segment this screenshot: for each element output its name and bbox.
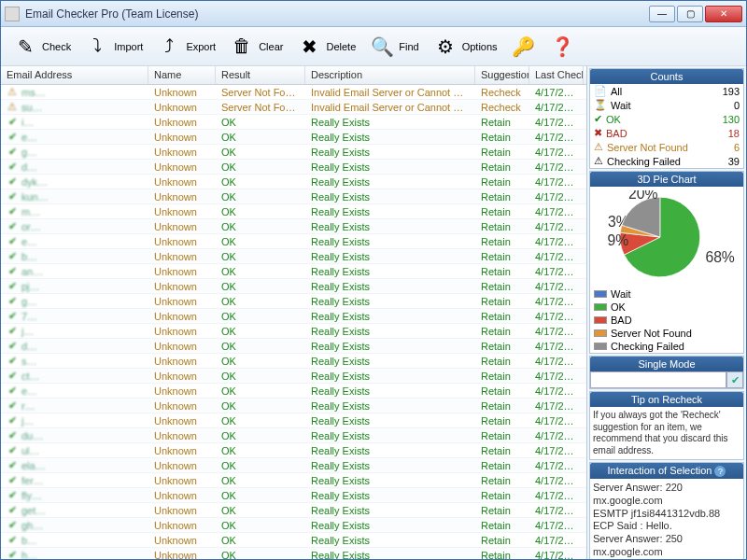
table-row[interactable]: ✔ j…UnknownOKReally ExistsRetain4/17/201… bbox=[1, 413, 586, 428]
cell-name: Unknown bbox=[148, 534, 216, 547]
cell-name: Unknown bbox=[148, 459, 216, 472]
cell-suggestion: Retain bbox=[475, 161, 529, 174]
grid-rows[interactable]: ⚠ ms…UnknownServer Not FoundInvalid Emai… bbox=[1, 85, 586, 559]
cell-suggestion: Retain bbox=[475, 385, 529, 398]
interaction-log[interactable]: Server Answer: 220 mx.google.comESMTP jf… bbox=[590, 479, 743, 559]
cell-suggestion: Retain bbox=[475, 220, 529, 233]
grid-header[interactable]: Email AddressNameResultDescriptionSugges… bbox=[1, 66, 586, 85]
column-header[interactable]: Result bbox=[216, 66, 305, 84]
cell-suggestion: Retain bbox=[475, 340, 529, 353]
cell-email: ✔ s… bbox=[1, 355, 148, 368]
cell-result: OK bbox=[216, 474, 305, 487]
table-row[interactable]: ✔ an…UnknownOKReally ExistsRetain4/17/20… bbox=[1, 264, 586, 279]
cell-name: Unknown bbox=[148, 131, 216, 144]
find-button[interactable]: 🔍Find bbox=[363, 31, 424, 63]
cell-description: Really Exists bbox=[305, 474, 475, 487]
cell-date: 4/17/2012 bbox=[529, 474, 584, 487]
count-value: 6 bbox=[734, 142, 740, 153]
table-row[interactable]: ✔ d…UnknownOKReally ExistsRetain4/17/201… bbox=[1, 160, 586, 175]
table-row[interactable]: ✔ fly…UnknownOKReally ExistsRetain4/17/2… bbox=[1, 488, 586, 503]
legend-item: BAD bbox=[590, 314, 743, 327]
table-row[interactable]: ✔ pj…UnknownOKReally ExistsRetain4/17/20… bbox=[1, 279, 586, 294]
column-header[interactable]: Suggestion bbox=[475, 66, 529, 84]
table-row[interactable]: ⚠ ms…UnknownServer Not FoundInvalid Emai… bbox=[1, 85, 586, 100]
minimize-button[interactable]: — bbox=[649, 6, 675, 22]
help-button[interactable]: ❓ bbox=[544, 31, 582, 63]
table-row[interactable]: ✔ dyk…UnknownOKReally ExistsRetain4/17/2… bbox=[1, 175, 586, 189]
email-grid: Email AddressNameResultDescriptionSugges… bbox=[1, 66, 587, 559]
cell-email: ✔ e… bbox=[1, 235, 148, 248]
cell-date: 4/17/2012 bbox=[529, 101, 584, 114]
cell-description: Really Exists bbox=[305, 399, 475, 413]
table-row[interactable]: ✔ h…UnknownOKReally ExistsRetain4/17/201… bbox=[1, 548, 586, 559]
table-row[interactable]: ⚠ su…UnknownServer Not FoundInvalid Emai… bbox=[1, 100, 586, 115]
table-row[interactable]: ✔ ul…UnknownOKReally ExistsRetain4/17/20… bbox=[1, 443, 586, 458]
license-button[interactable]: 🔑 bbox=[505, 31, 543, 63]
clear-button[interactable]: 🗑Clear bbox=[223, 31, 289, 63]
table-row[interactable]: ✔ r…UnknownOKReally ExistsRetain4/17/201… bbox=[1, 399, 586, 413]
table-row[interactable]: ✔ fer…UnknownOKReally ExistsRetain4/17/2… bbox=[1, 473, 586, 488]
cell-date: 4/17/2012 bbox=[529, 459, 584, 472]
single-mode-input[interactable] bbox=[590, 371, 726, 388]
cell-suggestion: Retain bbox=[475, 414, 529, 427]
delete-button[interactable]: ✖Delete bbox=[290, 31, 361, 63]
import-button[interactable]: ⤵Import bbox=[78, 31, 148, 63]
cell-email: ✔ b… bbox=[1, 250, 148, 263]
table-row[interactable]: ✔ m…UnknownOKReally ExistsRetain4/17/201… bbox=[1, 204, 586, 219]
cell-description: Really Exists bbox=[305, 235, 475, 248]
titlebar[interactable]: Email Checker Pro (Team License) — ▢ ✕ bbox=[1, 1, 746, 27]
check-button[interactable]: ✎Check bbox=[7, 31, 77, 63]
maximize-button[interactable]: ▢ bbox=[677, 6, 703, 22]
column-header[interactable]: Description bbox=[305, 66, 475, 84]
table-row[interactable]: ✔ i…UnknownOKReally ExistsRetain4/17/201… bbox=[1, 115, 586, 130]
close-button[interactable]: ✕ bbox=[705, 6, 742, 22]
column-header[interactable]: Last Check bbox=[529, 66, 584, 84]
export-button[interactable]: ⤴Export bbox=[150, 31, 221, 63]
single-mode-check-button[interactable]: ✔ bbox=[726, 371, 743, 388]
tip-text: If you always got the 'Recheck' suggesti… bbox=[590, 407, 743, 459]
table-row[interactable]: ✔ b…UnknownOKReally ExistsRetain4/17/201… bbox=[1, 533, 586, 548]
cell-email: ✔ an… bbox=[1, 265, 148, 278]
table-row[interactable]: ✔ kun…UnknownOKReally ExistsRetain4/17/2… bbox=[1, 189, 586, 204]
cell-suggestion: Retain bbox=[475, 116, 529, 129]
cell-description: Really Exists bbox=[305, 519, 475, 532]
table-row[interactable]: ✔ get…UnknownOKReally ExistsRetain4/17/2… bbox=[1, 503, 586, 518]
warning-icon: ⚠ bbox=[7, 102, 18, 113]
cell-date: 4/17/2012 bbox=[529, 116, 584, 129]
table-row[interactable]: ✔ b…UnknownOKReally ExistsRetain4/17/201… bbox=[1, 249, 586, 264]
check-icon: ✔ bbox=[7, 520, 18, 531]
table-row[interactable]: ✔ ela…UnknownOKReally ExistsRetain4/17/2… bbox=[1, 458, 586, 473]
cell-email: ✔ kun… bbox=[1, 190, 148, 203]
interaction-title: Interaction of Selection? bbox=[590, 463, 743, 479]
column-header[interactable]: Email Address bbox=[1, 66, 148, 84]
cell-date: 4/17/2012 bbox=[529, 399, 584, 413]
check-icon: ✔ bbox=[7, 326, 18, 337]
check-icon: ✔ bbox=[7, 236, 18, 247]
count-icon: ✖ bbox=[594, 127, 602, 139]
table-row[interactable]: ✔ g…UnknownOKReally ExistsRetain4/17/201… bbox=[1, 294, 586, 309]
pie-chart: 68%9%3%20% bbox=[592, 190, 741, 284]
column-header[interactable]: Name bbox=[148, 66, 216, 84]
table-row[interactable]: ✔ ct…UnknownOKReally ExistsRetain4/17/20… bbox=[1, 369, 586, 384]
table-row[interactable]: ✔ gh…UnknownOKReally ExistsRetain4/17/20… bbox=[1, 518, 586, 533]
table-row[interactable]: ✔ e…UnknownOKReally ExistsRetain4/17/201… bbox=[1, 384, 586, 399]
cell-name: Unknown bbox=[148, 310, 216, 323]
table-row[interactable]: ✔ j…UnknownOKReally ExistsRetain4/17/201… bbox=[1, 324, 586, 339]
table-row[interactable]: ✔ 7…UnknownOKReally ExistsRetain4/17/201… bbox=[1, 309, 586, 324]
table-row[interactable]: ✔ g…UnknownOKReally ExistsRetain4/17/201… bbox=[1, 145, 586, 160]
options-button[interactable]: ⚙Options bbox=[427, 31, 503, 63]
cell-email: ✔ pj… bbox=[1, 280, 148, 293]
export-button-icon: ⤴ bbox=[156, 34, 182, 60]
table-row[interactable]: ✔ e…UnknownOKReally ExistsRetain4/17/201… bbox=[1, 234, 586, 249]
legend-swatch bbox=[594, 316, 607, 324]
table-row[interactable]: ✔ du…UnknownOKReally ExistsRetain4/17/20… bbox=[1, 428, 586, 443]
help-icon[interactable]: ? bbox=[714, 466, 726, 477]
toolbar-label: Find bbox=[399, 41, 418, 52]
table-row[interactable]: ✔ or…UnknownOKReally ExistsRetain4/17/20… bbox=[1, 219, 586, 234]
table-row[interactable]: ✔ e…UnknownOKReally ExistsRetain4/17/201… bbox=[1, 130, 586, 145]
cell-description: Really Exists bbox=[305, 131, 475, 144]
log-line: ESMTP jf1si8441312vdb.88 bbox=[593, 508, 740, 521]
cell-description: Really Exists bbox=[305, 190, 475, 203]
table-row[interactable]: ✔ d…UnknownOKReally ExistsRetain4/17/201… bbox=[1, 339, 586, 354]
table-row[interactable]: ✔ s…UnknownOKReally ExistsRetain4/17/201… bbox=[1, 354, 586, 369]
